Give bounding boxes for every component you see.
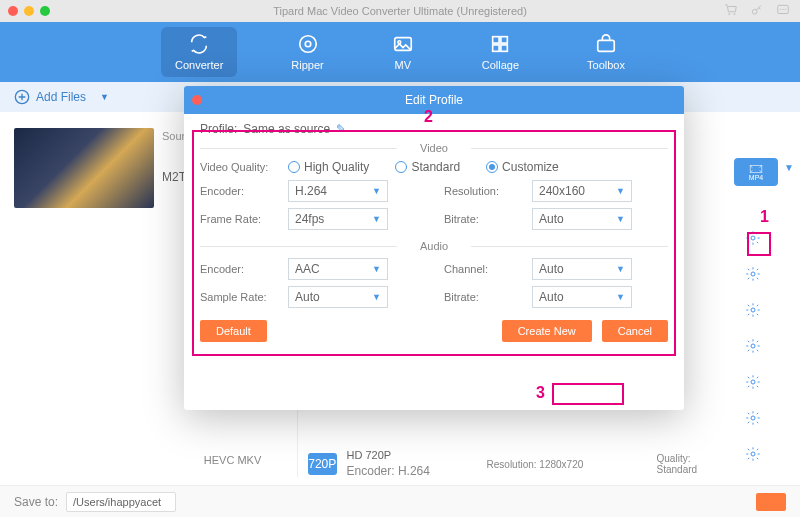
audio-encoder-label: Encoder:: [200, 263, 280, 275]
profile-value: Same as source: [243, 122, 330, 136]
profile-row[interactable]: 720P HD 720PEncoder: H.264 Resolution: 1…: [298, 442, 740, 487]
annotation-3: 3: [536, 384, 545, 402]
gear-icon[interactable]: [745, 446, 761, 462]
svg-point-20: [751, 380, 755, 384]
channel-label: Channel:: [444, 263, 524, 275]
convert-start-button[interactable]: [756, 493, 786, 511]
resolution-select[interactable]: 240x160▼: [532, 180, 632, 202]
tab-converter[interactable]: Converter: [161, 27, 237, 77]
svg-rect-13: [598, 40, 615, 51]
audio-bitrate-select[interactable]: Auto▼: [532, 286, 632, 308]
svg-point-18: [751, 308, 755, 312]
svg-point-5: [299, 36, 316, 53]
radio-standard[interactable]: Standard: [395, 160, 460, 174]
tab-mv[interactable]: MV: [378, 27, 428, 77]
window-titlebar: Tipard Mac Video Converter Ultimate (Unr…: [0, 0, 800, 22]
framerate-select[interactable]: 24fps▼: [288, 208, 388, 230]
gear-icon[interactable]: [745, 302, 761, 318]
modal-header: Edit Profile: [184, 86, 684, 114]
output-format-chip[interactable]: MP4: [734, 158, 778, 186]
output-format-label: MP4: [749, 174, 763, 181]
chevron-down-icon[interactable]: ▼: [100, 92, 109, 102]
svg-point-0: [752, 9, 757, 14]
category-hevc-mkv[interactable]: HEVC MKV: [168, 442, 297, 478]
profile-name: HD 720P: [347, 449, 392, 461]
svg-rect-11: [493, 45, 499, 51]
audio-section-title: Audio: [200, 240, 668, 252]
video-thumbnail[interactable]: [14, 128, 154, 208]
tab-mv-label: MV: [394, 59, 411, 71]
samplerate-label: Sample Rate:: [200, 291, 280, 303]
channel-select[interactable]: Auto▼: [532, 258, 632, 280]
svg-point-16: [751, 236, 755, 240]
create-new-button[interactable]: Create New: [502, 320, 592, 342]
svg-point-2: [780, 9, 781, 10]
audio-encoder-select[interactable]: AAC▼: [288, 258, 388, 280]
bottom-bar: Save to: /Users/ihappyacet: [0, 485, 800, 517]
close-window-icon[interactable]: [8, 6, 18, 16]
tab-ripper[interactable]: Ripper: [277, 27, 337, 77]
window-title: Tipard Mac Video Converter Ultimate (Unr…: [273, 5, 527, 17]
svg-rect-15: [750, 165, 762, 172]
svg-point-4: [785, 9, 786, 10]
samplerate-select[interactable]: Auto▼: [288, 286, 388, 308]
resolution-label: Resolution:: [444, 185, 524, 197]
audio-bitrate-label: Bitrate:: [444, 291, 524, 303]
svg-point-6: [305, 41, 311, 47]
profile-chip-icon: 720P: [308, 453, 337, 475]
gear-icon[interactable]: [745, 410, 761, 426]
add-files-label: Add Files: [36, 90, 86, 104]
maximize-window-icon[interactable]: [40, 6, 50, 16]
cancel-button[interactable]: Cancel: [602, 320, 668, 342]
video-section-title: Video: [200, 142, 668, 154]
video-bitrate-select[interactable]: Auto▼: [532, 208, 632, 230]
framerate-label: Frame Rate:: [200, 213, 280, 225]
tab-toolbox-label: Toolbox: [587, 59, 625, 71]
cart-icon[interactable]: [724, 3, 738, 20]
modal-title: Edit Profile: [405, 93, 463, 107]
tab-collage-label: Collage: [482, 59, 519, 71]
tab-converter-label: Converter: [175, 59, 223, 71]
tab-ripper-label: Ripper: [291, 59, 323, 71]
gear-icon[interactable]: [745, 230, 761, 246]
profile-resolution: Resolution: 1280x720: [487, 459, 647, 470]
svg-rect-9: [493, 37, 499, 43]
svg-rect-10: [501, 37, 507, 43]
add-files-button[interactable]: Add Files ▼: [14, 89, 109, 105]
profile-encoder: Encoder: H.264: [347, 464, 430, 478]
radio-high-quality[interactable]: High Quality: [288, 160, 369, 174]
profile-label: Profile:: [200, 122, 237, 136]
saveto-label: Save to:: [14, 495, 58, 509]
key-icon[interactable]: [750, 3, 764, 20]
svg-point-17: [751, 272, 755, 276]
edit-profile-modal: Edit Profile Profile: Same as source ✎ V…: [184, 86, 684, 410]
video-encoder-label: Encoder:: [200, 185, 280, 197]
svg-point-22: [751, 452, 755, 456]
svg-rect-12: [501, 45, 507, 51]
format-dropdown-icon[interactable]: ▼: [784, 162, 794, 173]
annotation-2: 2: [424, 108, 433, 126]
tab-toolbox[interactable]: Toolbox: [573, 27, 639, 77]
svg-point-19: [751, 344, 755, 348]
settings-gear-column: [742, 222, 764, 477]
video-encoder-select[interactable]: H.264▼: [288, 180, 388, 202]
video-quality-label: Video Quality:: [200, 161, 280, 173]
main-toolbar: Converter Ripper MV Collage Toolbox: [0, 22, 800, 82]
save-path-field[interactable]: /Users/ihappyacet: [66, 492, 176, 512]
gear-icon[interactable]: [745, 374, 761, 390]
minimize-window-icon[interactable]: [24, 6, 34, 16]
traffic-lights: [8, 6, 50, 16]
modal-close-icon[interactable]: [192, 95, 202, 105]
feedback-icon[interactable]: [776, 3, 790, 20]
svg-point-21: [751, 416, 755, 420]
annotation-1: 1: [760, 208, 769, 226]
pencil-icon[interactable]: ✎: [336, 122, 346, 136]
gear-icon[interactable]: [745, 266, 761, 282]
gear-icon[interactable]: [745, 338, 761, 354]
radio-customize[interactable]: Customize: [486, 160, 559, 174]
tab-collage[interactable]: Collage: [468, 27, 533, 77]
video-bitrate-label: Bitrate:: [444, 213, 524, 225]
default-button[interactable]: Default: [200, 320, 267, 342]
profile-quality: Quality: Standard: [657, 453, 730, 475]
svg-point-3: [783, 9, 784, 10]
